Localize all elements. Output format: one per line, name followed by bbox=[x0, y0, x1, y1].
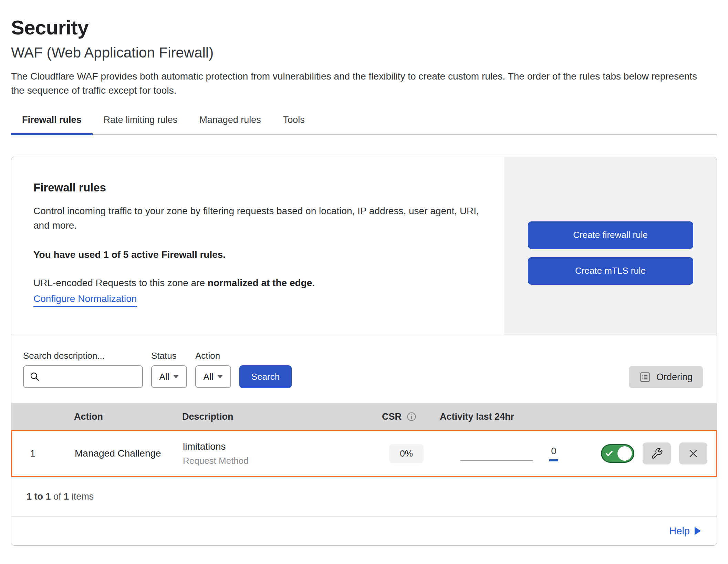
waf-tab-bar: Firewall rules Rate limiting rules Manag… bbox=[11, 113, 717, 135]
normalization-text-bold: normalized at the edge. bbox=[208, 278, 315, 288]
list-order-icon bbox=[639, 371, 651, 383]
search-description-label: Search description... bbox=[23, 351, 143, 361]
action-label: Action bbox=[195, 351, 231, 361]
tab-firewall-rules[interactable]: Firewall rules bbox=[11, 113, 93, 134]
items-range: 1 to 1 bbox=[27, 491, 51, 502]
csr-header-label: CSR bbox=[382, 411, 402, 422]
wrench-icon bbox=[650, 447, 663, 460]
status-label: Status bbox=[151, 351, 187, 361]
firewall-rules-summary-section: Firewall rules Control incoming traffic … bbox=[11, 157, 717, 335]
rule-controls bbox=[597, 442, 721, 464]
activity-value[interactable]: 0 bbox=[551, 446, 557, 457]
page-description: The Cloudflare WAF provides both automat… bbox=[11, 69, 708, 97]
arrow-right-icon bbox=[695, 527, 701, 535]
activity-value-wrap: 0 bbox=[549, 446, 558, 461]
card-heading: Firewall rules bbox=[33, 181, 490, 194]
table-row[interactable]: 1 Managed Challenge limitations Request … bbox=[11, 430, 717, 477]
rule-enabled-toggle[interactable] bbox=[601, 444, 634, 463]
rule-description-cell: limitations Request Method bbox=[181, 441, 377, 466]
help-link[interactable]: Help bbox=[669, 525, 690, 537]
card-description: Control incoming traffic to your zone by… bbox=[33, 204, 481, 233]
rule-csr-cell: 0% bbox=[377, 444, 436, 463]
activity-sparkline bbox=[460, 460, 533, 461]
rule-match-field: Request Method bbox=[183, 456, 377, 466]
tab-managed-rules[interactable]: Managed rules bbox=[188, 113, 272, 134]
filter-controls: Search description... Status All Action bbox=[23, 351, 292, 388]
activity-value-underline bbox=[549, 459, 558, 461]
create-mtls-rule-button[interactable]: Create mTLS rule bbox=[528, 257, 693, 285]
security-waf-page: Security WAF (Web Application Firewall) … bbox=[0, 0, 728, 564]
tab-rate-limiting-rules[interactable]: Rate limiting rules bbox=[93, 113, 189, 134]
items-word: items bbox=[72, 491, 94, 502]
ordering-button[interactable]: Ordering bbox=[629, 366, 703, 388]
chevron-down-icon bbox=[217, 375, 223, 378]
create-rule-panel: Create firewall rule Create mTLS rule bbox=[504, 157, 717, 335]
search-field-wrap bbox=[23, 365, 143, 388]
normalization-text: URL-encoded Requests to this zone are bbox=[33, 278, 208, 288]
column-header-action: Action bbox=[53, 411, 180, 422]
normalization-note: URL-encoded Requests to this zone are no… bbox=[33, 278, 490, 289]
delete-rule-button[interactable] bbox=[679, 442, 707, 464]
page-title: Security bbox=[11, 16, 717, 39]
edit-rule-button[interactable] bbox=[643, 442, 671, 464]
filter-bar: Search description... Status All Action bbox=[11, 335, 717, 403]
rule-action: Managed Challenge bbox=[53, 448, 181, 459]
action-select-value: All bbox=[204, 372, 214, 382]
column-header-csr: CSR bbox=[376, 411, 435, 422]
status-select-value: All bbox=[159, 372, 169, 382]
tab-tools[interactable]: Tools bbox=[272, 113, 316, 134]
items-of: of bbox=[53, 491, 61, 502]
search-input[interactable] bbox=[23, 365, 143, 388]
firewall-rules-card: Firewall rules Control incoming traffic … bbox=[11, 157, 717, 546]
page-subtitle: WAF (Web Application Firewall) bbox=[11, 44, 717, 61]
status-select[interactable]: All bbox=[151, 365, 187, 388]
info-icon[interactable] bbox=[406, 411, 417, 422]
usage-summary: You have used 1 of 5 active Firewall rul… bbox=[33, 249, 490, 260]
ordering-button-label: Ordering bbox=[656, 372, 693, 383]
action-filter-group: Action All bbox=[195, 351, 231, 388]
configure-normalization-link[interactable]: Configure Normalization bbox=[33, 293, 137, 307]
column-header-activity: Activity last 24hr bbox=[435, 411, 597, 422]
table-header: Action Description CSR Activity last 24h… bbox=[11, 403, 717, 430]
search-icon bbox=[29, 371, 40, 382]
help-row: Help bbox=[11, 516, 717, 545]
rule-description: limitations bbox=[183, 441, 377, 452]
search-button[interactable]: Search bbox=[239, 365, 292, 388]
pagination-summary: 1 to 1 of 1 items bbox=[11, 477, 717, 516]
check-icon bbox=[605, 449, 614, 458]
column-header-description: Description bbox=[180, 411, 376, 422]
items-total: 1 bbox=[64, 491, 69, 502]
status-filter-group: Status All bbox=[151, 351, 187, 388]
action-select[interactable]: All bbox=[195, 365, 231, 388]
toggle-knob bbox=[617, 446, 632, 461]
search-description-group: Search description... bbox=[23, 351, 143, 388]
create-firewall-rule-button[interactable]: Create firewall rule bbox=[528, 221, 693, 249]
rule-activity-cell: 0 bbox=[436, 446, 597, 461]
rule-order-number: 1 bbox=[12, 448, 53, 459]
close-icon bbox=[688, 448, 699, 459]
chevron-down-icon bbox=[173, 375, 179, 378]
firewall-rules-info: Firewall rules Control incoming traffic … bbox=[11, 157, 504, 335]
csr-badge: 0% bbox=[389, 444, 424, 463]
